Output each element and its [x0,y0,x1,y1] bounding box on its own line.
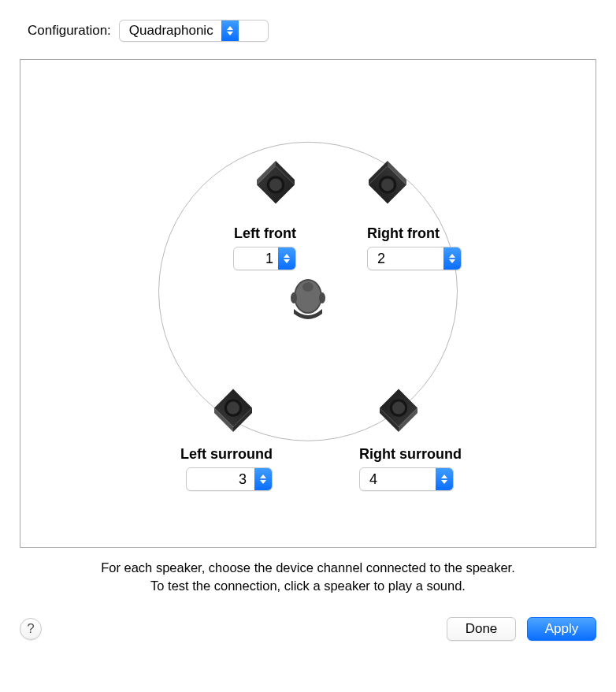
speaker-right-surround: Right surround 4 [359,375,485,491]
speaker-label: Right surround [359,446,462,463]
speaker-label: Right front [367,225,440,242]
speaker-left-surround: Left surround 3 [147,375,273,491]
help-icon: ? [27,621,34,637]
help-button[interactable]: ? [20,618,42,640]
speaker-layout-frame: Left front 1 Right front 2 Left surround… [20,59,596,548]
channel-value: 4 [360,468,436,490]
speaker-label: Left surround [180,446,273,463]
configuration-label: Configuration: [28,23,111,39]
done-label: Done [466,621,498,637]
speaker-right-front: Right front 2 [367,154,493,270]
speaker-icon[interactable] [202,375,265,438]
channel-value: 1 [234,247,278,270]
instructions-text: For each speaker, choose the device chan… [20,559,596,595]
updown-arrows-icon [254,468,272,490]
channel-value: 3 [187,468,254,490]
channel-select-right-front[interactable]: 2 [367,247,462,270]
instructions-line-2: To test the connection, click a speaker … [20,577,596,595]
updown-arrows-icon [443,247,461,270]
speaker-left-front: Left front 1 [170,154,296,270]
updown-arrows-icon [278,247,295,270]
speaker-icon[interactable] [367,375,430,438]
done-button[interactable]: Done [447,617,516,641]
configuration-value: Quadraphonic [120,20,221,41]
channel-value: 2 [368,247,443,270]
apply-label: Apply [545,621,579,637]
speaker-icon[interactable] [244,154,307,218]
configuration-select[interactable]: Quadraphonic [119,20,269,42]
speaker-label: Left front [234,225,296,242]
updown-arrows-icon [221,20,239,41]
speaker-icon[interactable] [356,154,419,218]
updown-arrows-icon [436,468,453,490]
channel-select-right-surround[interactable]: 4 [359,467,454,491]
instructions-line-1: For each speaker, choose the device chan… [20,559,596,577]
channel-select-left-surround[interactable]: 3 [186,467,273,491]
listener-icon [284,270,332,328]
apply-button[interactable]: Apply [527,617,596,641]
channel-select-left-front[interactable]: 1 [233,247,296,270]
